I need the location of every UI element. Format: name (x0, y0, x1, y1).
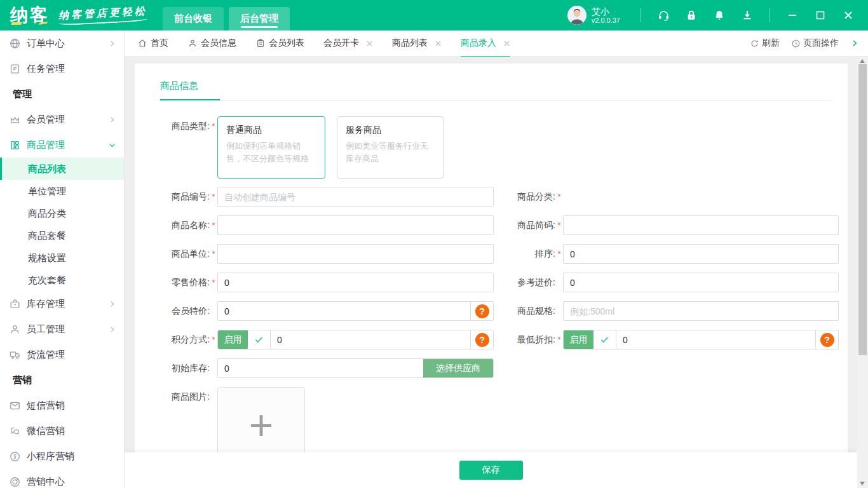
sidebar-subitem-spec-settings[interactable]: 规格设置 (0, 247, 124, 269)
main-scrollbar[interactable] (857, 57, 868, 488)
tab-goods-list[interactable]: 商品列表 (392, 30, 442, 57)
sidebar-subitem-recharge-package[interactable]: 充次套餐 (0, 269, 124, 291)
points-check-toggle[interactable] (248, 330, 271, 349)
sidebar-item-goods-management[interactable]: 商品管理 (0, 132, 124, 158)
sidebar-item-label: 员工管理 (27, 323, 65, 336)
scroll-up-arrow[interactable] (860, 59, 865, 63)
download-icon[interactable] (736, 4, 758, 26)
sidebar-item-wechat-marketing[interactable]: 微信营销 (0, 418, 124, 444)
wechat-icon (9, 425, 21, 437)
tab-home[interactable]: 首页 (137, 30, 168, 57)
lock-icon[interactable] (681, 4, 702, 26)
goods-name-input[interactable] (217, 215, 494, 235)
tab-member-info[interactable]: 会员信息 (187, 30, 236, 57)
tab-goods-info[interactable]: 商品信息 (159, 80, 200, 92)
minimize-button[interactable] (782, 4, 803, 26)
nav-tab-cashier[interactable]: 前台收银 (163, 7, 224, 30)
goods-form: 商品类型: * 普通商品 例如便利店单规格销售，不区分颜色等规格 服务商品 (135, 101, 848, 452)
close-icon[interactable] (366, 40, 373, 47)
main-area: 商品信息 商品类型: * (125, 57, 868, 488)
sidebar-item-staff-management[interactable]: 员工管理 (0, 316, 124, 342)
notification-bell-icon[interactable] (709, 4, 730, 26)
image-upload-box[interactable]: + (217, 387, 305, 452)
help-icon[interactable]: ? (475, 333, 489, 347)
customer-service-icon[interactable] (653, 4, 674, 26)
goods-entry-card: 商品信息 商品类型: * (135, 64, 848, 452)
user-block[interactable]: 艾小 v2.0.0.37 (567, 6, 620, 25)
page-operations-button[interactable]: 页面操作 (791, 37, 839, 49)
help-icon[interactable]: ? (475, 304, 489, 318)
close-button[interactable] (837, 4, 859, 26)
goods-code-input[interactable] (217, 187, 494, 207)
sidebar-subitem-goods-category[interactable]: 商品分类 (0, 202, 124, 224)
refresh-icon (750, 39, 759, 48)
initial-stock-label: 初始库存: (159, 358, 210, 378)
sidebar-item-inventory-management[interactable]: 库存管理 (0, 291, 124, 316)
sidebar-subitem-unit-management[interactable]: 单位管理 (0, 180, 124, 202)
sort-input[interactable] (563, 244, 839, 264)
points-enable-button[interactable]: 启用 (218, 330, 248, 349)
sidebar-item-sms-marketing[interactable]: 短信营销 (0, 393, 124, 418)
initial-stock-field: 选择供应商 (217, 358, 494, 378)
sidebar-item-order-center[interactable]: 订单中心 (0, 30, 124, 56)
required-mark: * (210, 244, 217, 264)
tab-goods-entry[interactable]: 商品录入 (461, 30, 510, 57)
panel-active-underline (160, 99, 220, 100)
purchase-price-label: 参考进价: (505, 273, 555, 292)
brand-slogan: 纳客管店更轻松 (58, 4, 147, 25)
sidebar: 订单中心 任务管理 管理 会员管理 (0, 30, 125, 488)
discount-check-toggle[interactable] (593, 330, 616, 349)
select-supplier-button[interactable]: 选择供应商 (423, 359, 493, 377)
required-mark: * (210, 215, 217, 235)
tab-label: 首页 (151, 37, 168, 49)
nav-tab-cashier-label: 前台收银 (174, 13, 212, 25)
tab-member-list[interactable]: 会员列表 (255, 30, 304, 57)
retail-price-label: 零售价格: (159, 273, 210, 292)
sidebar-item-logistics-management[interactable]: 货流管理 (0, 342, 124, 367)
scrollbar-thumb[interactable] (858, 64, 867, 355)
type-card-desc: 例如便利店单规格销售，不区分颜色等规格 (226, 140, 316, 165)
required-mark: * (210, 330, 217, 349)
sidebar-item-marketing-center[interactable]: 营销中心 (0, 469, 124, 488)
inventory-bag-icon (9, 298, 21, 310)
sidebar-item-miniprogram-marketing[interactable]: 小程序营销 (0, 444, 124, 469)
points-value-input[interactable] (271, 330, 470, 349)
required-mark: * (210, 273, 217, 292)
sidebar-item-member-management[interactable]: 会员管理 (0, 107, 124, 132)
goods-category-field[interactable] (563, 187, 839, 207)
discount-value-input[interactable] (616, 330, 815, 349)
maximize-button[interactable] (810, 4, 831, 26)
chevron-right-icon[interactable] (850, 39, 859, 48)
sidebar-subitem-goods-package[interactable]: 商品套餐 (0, 224, 124, 247)
member-price-input[interactable] (218, 302, 470, 320)
refresh-button[interactable]: 刷新 (750, 37, 780, 49)
scroll-down-arrow[interactable] (860, 482, 865, 485)
sidebar-subitem-goods-list[interactable]: 商品列表 (0, 158, 124, 180)
save-button[interactable]: 保存 (459, 461, 523, 480)
close-icon[interactable] (503, 40, 510, 47)
type-card-service-goods[interactable]: 服务商品 例如美业等服务行业无库存商品 (337, 116, 444, 179)
discount-enable-button[interactable]: 启用 (564, 330, 593, 349)
close-icon[interactable] (435, 40, 442, 47)
goods-category-label: 商品分类: (505, 187, 555, 207)
nav-tab-backoffice[interactable]: 后台管理 (229, 7, 290, 30)
type-card-normal-goods[interactable]: 普通商品 例如便利店单规格销售，不区分颜色等规格 (217, 116, 325, 179)
purchase-price-input[interactable] (563, 273, 839, 292)
sidebar-item-task-management[interactable]: 任务管理 (0, 56, 124, 81)
top-header: 纳客 纳客管店更轻松 前台收银 后台管理 (0, 0, 868, 30)
goods-type-cards: 普通商品 例如便利店单规格销售，不区分颜色等规格 服务商品 例如美业等服务行业无… (217, 116, 455, 179)
goods-unit-label: 商品单位: (159, 244, 210, 264)
goods-spec-input[interactable] (563, 301, 839, 321)
sidebar-item-label: 营销中心 (27, 476, 65, 488)
person-icon (9, 323, 21, 336)
help-icon[interactable]: ? (820, 333, 834, 347)
goods-shortcode-input[interactable] (563, 215, 839, 235)
tab-member-card[interactable]: 会员开卡 (323, 30, 373, 57)
required-mark: * (555, 187, 563, 207)
user-name: 艾小 (592, 6, 620, 17)
header-divider-2 (770, 8, 770, 22)
goods-unit-input[interactable] (217, 244, 494, 264)
retail-price-input[interactable] (217, 273, 494, 292)
type-card-desc: 例如美业等服务行业无库存商品 (346, 140, 435, 165)
avatar[interactable] (567, 6, 587, 25)
